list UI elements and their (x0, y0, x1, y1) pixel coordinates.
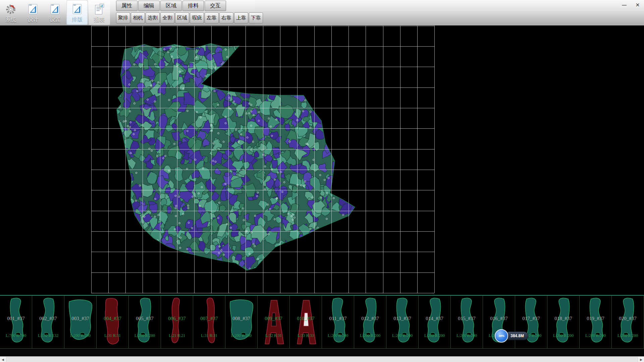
toolbar-item-design[interactable]: 设计 (22, 0, 44, 25)
bottom-gap (0, 349, 644, 356)
piece-thumbnail-019[interactable]: 019_#37L:200 R:200 (580, 296, 612, 349)
toolbar-item-report[interactable]: 报表 (89, 0, 110, 25)
piece-thumbnail-002[interactable]: 002_#37L:132 R:132 (32, 296, 64, 349)
tab-edit[interactable]: 编辑 (138, 1, 160, 11)
piece-thumbnail-014[interactable]: 014_#37L:200 R:200 (419, 296, 451, 349)
ruler-icon (71, 3, 83, 16)
btn-region[interactable]: 区域 (175, 12, 189, 23)
memory-value: 384.8M (511, 334, 524, 338)
tab-region[interactable]: 区域 (160, 1, 182, 11)
btn-camera[interactable]: 相机 (131, 12, 145, 23)
piece-shape (129, 296, 161, 349)
piece-shape (64, 296, 97, 349)
tab-nesting[interactable]: 排料 (182, 1, 204, 11)
toolbar-item-settings[interactable]: 设置 (44, 0, 66, 25)
memory-indicator: 384.8M (505, 331, 528, 340)
toolbar-item-system[interactable]: 系统 (0, 0, 21, 25)
btn-cut-all[interactable]: 全割 (160, 12, 174, 23)
scrollbar-right-arrow[interactable]: ▶ (638, 357, 644, 362)
report-icon (94, 3, 105, 16)
piece-shape (258, 296, 290, 349)
tab-interactive[interactable]: 交互 (205, 1, 226, 11)
toolbar-item-label: 设计 (28, 17, 38, 22)
piece-shape (580, 296, 612, 349)
piece-shape (386, 296, 419, 349)
piece-shape (290, 296, 322, 349)
toolbar-item-nesting[interactable]: 排版 (66, 0, 88, 25)
piece-thumbnail-003[interactable]: 003_#37L:200 R:200 (64, 296, 97, 349)
piece-thumbnail-012[interactable]: 012_#37L:200 R:200 (354, 296, 386, 349)
btn-defect[interactable]: 瑕疵 (190, 12, 204, 23)
btn-select-cut[interactable]: 选割 (146, 12, 160, 23)
window-controls: — ✕ (620, 1, 642, 9)
btn-snap-top[interactable]: 上靠 (234, 12, 248, 23)
piece-shape (547, 296, 580, 349)
toolbar-item-label: 报表 (94, 17, 105, 22)
scrollbar-left-arrow[interactable]: ◀ (0, 357, 6, 362)
piece-thumbnail-015[interactable]: 015_#37L:200 R:200 (451, 296, 483, 349)
toolbar-item-label: 排版 (72, 17, 83, 22)
piece-shape (354, 296, 386, 349)
piece-thumbnail-020[interactable]: 020_#37L:200 R:200 (612, 296, 644, 349)
app-window: { "window": { "minimize_label": "—", "cl… (0, 0, 644, 362)
piece-thumbnail-strip: 001_#37L:700 R:700002_#37L:132 R:132003_… (0, 295, 644, 349)
piece-shape (612, 296, 644, 349)
piece-thumbnail-011[interactable]: 011_#37L:200 R:200 (322, 296, 354, 349)
piece-shape (451, 296, 483, 349)
top-toolbar: 系统设计设置排版报表 属性编辑区域排料交互 聚排相机选割全割区域瑕疵左靠右靠上靠… (0, 0, 644, 26)
piece-shape (32, 296, 64, 349)
minimize-button[interactable]: — (620, 1, 629, 9)
status-overlay: 38% 384.8M (495, 329, 528, 343)
toolbar-item-label: 设置 (50, 17, 60, 22)
piece-thumbnail-006[interactable]: 006_#37L:21 R:21 (161, 296, 193, 349)
btn-snap-bottom[interactable]: 下靠 (249, 12, 263, 23)
menu-button-row: 聚排相机选割全割区域瑕疵左靠右靠上靠下靠 (116, 12, 263, 23)
progress-value: 38% (498, 334, 504, 338)
scrollbar-thumb[interactable] (6, 357, 638, 362)
main-mode-buttons: 系统设计设置排版报表 (0, 0, 111, 25)
btn-snap-left[interactable]: 左靠 (205, 12, 219, 23)
piece-thumbnail-001[interactable]: 001_#37L:700 R:700 (0, 296, 32, 349)
piece-shape (322, 296, 354, 349)
piece-thumbnail-007[interactable]: 007_#37L:31 R:31 (193, 296, 225, 349)
nesting-canvas[interactable] (0, 25, 644, 295)
piece-shape (97, 296, 129, 349)
gear-icon (5, 3, 17, 16)
piece-thumbnail-013[interactable]: 013_#37L:200 R:200 (386, 296, 419, 349)
piece-shape (193, 296, 225, 349)
tab-properties[interactable]: 属性 (116, 1, 138, 11)
piece-shape (0, 296, 32, 349)
piece-thumbnail-008[interactable]: 008_#37L:200 R:200 (225, 296, 258, 349)
ruler-icon (27, 3, 39, 16)
menu-tab-row: 属性编辑区域排料交互 (116, 1, 263, 11)
horizontal-scrollbar[interactable]: ◀ ▶ (0, 356, 644, 362)
piece-shape (161, 296, 193, 349)
toolbar-item-label: 系统 (5, 17, 16, 22)
progress-badge: 38% (495, 329, 508, 343)
piece-thumbnail-010[interactable]: 010_#37L:33 R:33 (290, 296, 322, 349)
piece-shape (225, 296, 258, 349)
nesting-workspace (0, 25, 644, 295)
piece-thumbnail-005[interactable]: 005_#37L:200 R:200 (129, 296, 161, 349)
piece-thumbnail-004[interactable]: 004_#37L:31 R:31 (97, 296, 129, 349)
btn-snap-right[interactable]: 右靠 (219, 12, 233, 23)
piece-shape (419, 296, 451, 349)
ruler-icon (49, 3, 61, 16)
piece-thumbnail-018[interactable]: 018_#37L:200 R:200 (547, 296, 580, 349)
menu-area: 属性编辑区域排料交互 聚排相机选割全割区域瑕疵左靠右靠上靠下靠 (116, 1, 263, 25)
close-button[interactable]: ✕ (633, 1, 642, 9)
piece-thumbnail-009[interactable]: 009_#37L:32 R:31 (258, 296, 290, 349)
btn-cluster-nest[interactable]: 聚排 (116, 12, 130, 23)
